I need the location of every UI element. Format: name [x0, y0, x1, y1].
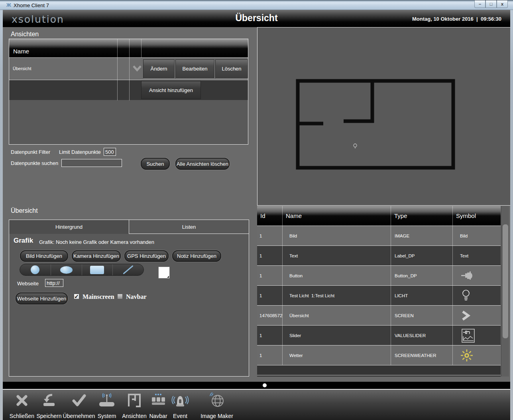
- delete-view-button[interactable]: Löschen: [215, 59, 248, 78]
- toolbar-label: Image Maker: [200, 413, 233, 419]
- window-frame-left: [0, 10, 3, 420]
- website-label: Webseite: [17, 281, 39, 287]
- window-title: Xhome Client 7: [14, 2, 49, 8]
- row-symbol: Text: [453, 246, 501, 265]
- table-row[interactable]: 1 Slider VALUESLIDER: [257, 325, 501, 345]
- row-name: Übersicht: [283, 306, 391, 325]
- ansichten-section-title: Ansichten: [11, 31, 39, 38]
- grafik-status-text: Grafik: Noch keine Grafik oder Kamera vo…: [39, 239, 154, 245]
- column-divider: [141, 39, 142, 57]
- row-name: Slider: [283, 326, 391, 345]
- grafik-label: Grafik: [14, 237, 33, 245]
- limit-input[interactable]: [104, 148, 116, 156]
- rectangle-tool[interactable]: [82, 264, 113, 275]
- circle-tool[interactable]: [20, 264, 51, 275]
- toolbar-label: Event: [173, 413, 187, 419]
- type-column-header: Type: [391, 206, 453, 226]
- rectangle-icon: [90, 266, 104, 274]
- toolbar-image-maker[interactable]: Image Maker: [199, 392, 235, 419]
- title-bar: Ж Xhome Client 7 – □ x: [0, 0, 513, 10]
- id-column-header: Id: [257, 206, 283, 226]
- table-row[interactable]: 1 Button Button_DP: [257, 265, 501, 285]
- color-swatch-button[interactable]: [158, 267, 170, 279]
- change-view-button[interactable]: Ändern: [143, 59, 175, 78]
- close-button[interactable]: x: [497, 0, 508, 8]
- tab-listen[interactable]: Listen: [129, 220, 249, 234]
- search-button[interactable]: Suchen: [141, 158, 170, 170]
- table-row[interactable]: 1 Bild IMAGE Bild: [257, 226, 501, 245]
- row-id: 147608572: [257, 306, 283, 325]
- ellipse-icon: [60, 266, 73, 274]
- app-header: xsolution Übersicht Montag, 10 Oktober 2…: [3, 10, 510, 27]
- table-row[interactable]: 147608572 Übersicht SCREEN: [257, 305, 501, 325]
- light-bulb-marker: [354, 144, 357, 148]
- globe-icon: [208, 392, 226, 409]
- save-undo-icon: [40, 392, 58, 409]
- tab-bar: Hintergrund Listen: [9, 220, 249, 234]
- navbar-checkbox[interactable]: [117, 294, 123, 299]
- close-icon: [14, 392, 30, 409]
- add-note-button[interactable]: Notiz Hinzufügen: [172, 250, 221, 262]
- row-type: IMAGE: [391, 226, 453, 245]
- row-symbol: Bild: [453, 226, 501, 245]
- plug-icon: [453, 266, 501, 285]
- chevron-down-icon[interactable]: [132, 65, 142, 74]
- navbar-checkbox-label: Navbar: [126, 293, 147, 300]
- sun-icon: [453, 345, 501, 365]
- minimize-button[interactable]: –: [474, 0, 485, 8]
- table-row[interactable]: 1 Test Licht 1:Test Licht LICHT: [257, 285, 501, 305]
- ellipse-tool[interactable]: [51, 264, 82, 275]
- row-type: SCREEN: [391, 306, 453, 325]
- add-image-button[interactable]: Bild Hinzufügen: [20, 250, 68, 262]
- row-name: Button: [283, 266, 391, 285]
- date-separator: |: [476, 16, 478, 22]
- add-view-button[interactable]: Ansicht hinzufügen: [141, 81, 201, 99]
- name-column-header: Name: [13, 48, 29, 55]
- time-text: 09:56:30: [481, 16, 501, 22]
- toolbar-event[interactable]: Event: [162, 392, 199, 419]
- table-scrollbar[interactable]: [501, 206, 509, 377]
- app-logo-icon: Ж: [6, 2, 11, 8]
- column-divider: [117, 39, 118, 100]
- chevron-right-icon: [453, 306, 501, 325]
- bottom-toolbar: Schließen Speichern Übernehmen: [3, 389, 510, 420]
- row-type: Button_DP: [391, 266, 453, 285]
- edit-view-button[interactable]: Bearbeiten: [175, 59, 214, 78]
- add-camera-button[interactable]: Kamera Hinzufügen: [72, 250, 121, 262]
- row-id: 1: [257, 226, 283, 245]
- toolbar-label: Speichern: [36, 413, 61, 419]
- app-window: Ж Xhome Client 7 – □ x xsolution Übersic…: [0, 0, 513, 420]
- delete-all-views-button[interactable]: Alle Ansichten löschen: [175, 158, 230, 170]
- uebersicht-section-title: Übersicht: [11, 207, 38, 214]
- maximize-button[interactable]: □: [485, 0, 497, 8]
- row-id: 1: [257, 266, 283, 285]
- datapoint-search-input[interactable]: [61, 159, 122, 167]
- datapoint-table: Id Name Type Symbol 1 Bild IMAGE Bild 1 …: [257, 206, 501, 377]
- symbol-column-header: Symbol: [453, 206, 501, 226]
- table-row[interactable]: 1 Text Label_DP Text: [257, 245, 501, 265]
- view-name: Übersicht: [13, 66, 31, 71]
- page-indicator-dot[interactable]: [263, 383, 267, 387]
- scrollbar-thumb[interactable]: [503, 224, 508, 338]
- bulb-icon: [453, 286, 501, 305]
- add-website-button[interactable]: Webseite Hinzufügen: [16, 292, 68, 304]
- table-row[interactable]: 1 Wetter SCREENWEATHER: [257, 345, 501, 365]
- search-label: Datenpunkte suchen: [11, 160, 58, 166]
- view-row-uebersicht[interactable]: Übersicht Ändern Bearbeiten Löschen: [9, 57, 248, 80]
- row-type: SCREENWEATHER: [391, 345, 453, 365]
- date-text: Montag, 10 Oktober 2016: [412, 16, 474, 22]
- mainscreen-checkbox[interactable]: ✓: [74, 294, 79, 299]
- floorplan-canvas[interactable]: [257, 27, 513, 206]
- table-row-partial: [257, 365, 501, 375]
- views-table-empty-row: Ansicht hinzufügen: [9, 80, 248, 100]
- add-gps-button[interactable]: GPS Hinzufügen: [124, 250, 169, 262]
- datapoint-table-header: Id Name Type Symbol: [257, 206, 501, 226]
- line-tool[interactable]: [112, 264, 143, 275]
- row-name: Wetter: [283, 345, 391, 365]
- mainscreen-checkbox-label: Mainscreen: [83, 293, 114, 300]
- tab-hintergrund[interactable]: Hintergrund: [9, 220, 129, 234]
- datetime-display: Montag, 10 Oktober 2016 | 09:56:30: [412, 16, 501, 22]
- check-icon: [71, 392, 87, 409]
- website-url-input[interactable]: [45, 279, 63, 287]
- row-name: Text: [283, 246, 391, 265]
